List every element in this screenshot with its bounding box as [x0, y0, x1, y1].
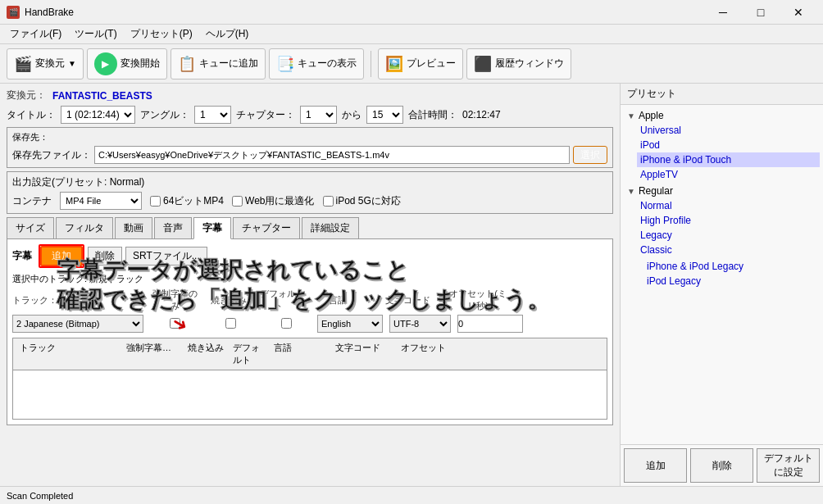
opt2-checkbox[interactable]: [232, 196, 243, 207]
offset-input[interactable]: [457, 315, 523, 333]
tab-chapter[interactable]: チャプター: [233, 217, 300, 238]
source-dropdown-icon[interactable]: ▼: [68, 59, 76, 68]
regular-preset-items: Normal High Profile Legacy Classic: [624, 198, 820, 257]
main-container: 変換元： FANTASTIC_BEASTS タイトル： 1 (02:12:44)…: [0, 84, 823, 486]
th-lang: 言語: [271, 340, 332, 368]
save-select-button[interactable]: 選択: [573, 146, 607, 164]
save-file-label: 保存先ファイル：: [12, 148, 91, 162]
subtitle-srt-button[interactable]: SRTファイル...: [125, 247, 207, 266]
source-label: 変換元: [35, 57, 65, 70]
preset-ipod-legacy[interactable]: iPod Legacy: [643, 274, 820, 288]
opt1-checkbox[interactable]: [150, 196, 161, 207]
source-value: FANTASTIC_BEASTS: [52, 90, 152, 102]
preset-group-regular: ▼ Regular Normal High Profile Legacy Cla…: [624, 184, 820, 257]
preset-group-regular-header[interactable]: ▼ Regular: [624, 184, 820, 198]
preset-classic[interactable]: Classic: [637, 243, 820, 257]
subtitle-del-button[interactable]: 削除: [88, 247, 122, 266]
menu-tools[interactable]: ツール(T): [68, 25, 123, 43]
tab-advanced[interactable]: 詳細設定: [302, 217, 359, 238]
source-button[interactable]: 🎬 変換元 ▼: [7, 48, 84, 79]
tab-video[interactable]: 動画: [115, 217, 152, 238]
preview-button[interactable]: 🖼️ プレビュー: [378, 48, 463, 79]
track-select[interactable]: 2 Japanese (Bitmap): [12, 315, 143, 333]
output-row: コンテナ MP4 File 64ビットMP4 Web用に最適化 iPod 5Gに…: [12, 192, 607, 210]
container-label: コンテナ: [12, 194, 52, 208]
burn-checkbox-container: [206, 318, 255, 330]
show-queue-button[interactable]: 📑 キューの表示: [269, 48, 364, 79]
title-row: タイトル： 1 (02:12:44) アングル： 1 チャプター： 1 から 1…: [7, 106, 613, 124]
menu-presets[interactable]: プリセット(P): [124, 25, 199, 43]
presets-tree: ▼ Apple Universal iPod iPhone & iPod Tou…: [621, 105, 823, 444]
preset-default-button[interactable]: デフォルトに設定: [757, 448, 820, 483]
preset-ipod[interactable]: iPod: [637, 138, 820, 152]
preset-normal[interactable]: Normal: [637, 198, 820, 213]
col-forced-header: 強制字幕のみ: [150, 288, 199, 312]
title-bar: 🎬 HandBrake ─ □ ✕: [0, 0, 823, 25]
save-path-input[interactable]: [94, 146, 570, 164]
app-title: HandBrake: [25, 7, 74, 18]
tab-subtitle[interactable]: 字幕: [193, 217, 231, 239]
title-select[interactable]: 1 (02:12:44): [61, 106, 135, 124]
th-burn: 焼き込み: [184, 340, 230, 368]
col-track-header: トラック：: [12, 294, 143, 306]
selected-track-label: 選択中のトラック: 新規トラック: [12, 273, 607, 285]
preset-appletv[interactable]: AppleTV: [637, 167, 820, 182]
start-button[interactable]: ▶ 変換開始: [87, 48, 167, 79]
preset-group-apple-header[interactable]: ▼ Apple: [624, 108, 820, 123]
menu-help[interactable]: ヘルプ(H): [199, 25, 256, 43]
preset-high-profile[interactable]: High Profile: [637, 213, 820, 228]
menu-file[interactable]: ファイル(F): [3, 25, 68, 43]
presets-title: プリセット: [621, 84, 823, 105]
tab-audio[interactable]: 音声: [154, 217, 192, 238]
tabs: サイズ フィルタ 動画 音声 字幕 チャプター 詳細設定: [7, 217, 613, 239]
preset-add-button[interactable]: 追加: [624, 448, 687, 483]
output-section: 出力設定(プリセット: Normal) コンテナ MP4 File 64ビットM…: [7, 171, 613, 214]
preset-universal[interactable]: Universal: [637, 123, 820, 138]
preset-iphone-ipod-legacy[interactable]: iPhone & iPod Legacy: [643, 259, 820, 274]
activity-button[interactable]: ⬛ 履歴ウィンドウ: [466, 48, 571, 79]
tab-filter[interactable]: フィルタ: [56, 217, 113, 238]
opt1-label[interactable]: 64ビットMP4: [150, 194, 224, 208]
add-queue-button[interactable]: 📋 キューに追加: [171, 48, 266, 79]
opt3-label[interactable]: iPod 5Gに対応: [323, 194, 401, 208]
chapter-to-select[interactable]: 15: [366, 106, 403, 124]
preset-del-button[interactable]: 削除: [690, 448, 753, 483]
queue-icon: 📑: [276, 55, 294, 73]
show-queue-label: キューの表示: [298, 57, 357, 70]
extra-preset-items: iPhone & iPod Legacy iPod Legacy: [624, 259, 820, 288]
track-columns-header: トラック： 強制字幕のみ 焼き込み デフォルト 言語 文字コード オフセット(ミ…: [12, 288, 607, 312]
tab-size[interactable]: サイズ: [7, 217, 54, 238]
preset-iphone-ipod-touch[interactable]: iPhone & iPod Touch: [637, 152, 820, 167]
save-section: 保存先： 保存先ファイル： 選択: [7, 127, 613, 168]
th-default: デフォルト: [230, 340, 271, 368]
opt3-checkbox[interactable]: [323, 196, 334, 207]
toolbar: 🎬 変換元 ▼ ▶ 変換開始 📋 キューに追加 📑 キューの表示 🖼️ プレビュ…: [0, 44, 823, 84]
duration-label: 合計時間：: [408, 108, 457, 122]
close-button[interactable]: ✕: [780, 0, 816, 25]
title-label: タイトル：: [7, 108, 56, 122]
container-select[interactable]: MP4 File: [60, 192, 142, 210]
angle-select[interactable]: 1: [194, 106, 231, 124]
preset-legacy[interactable]: Legacy: [637, 228, 820, 243]
maximize-button[interactable]: □: [743, 0, 779, 25]
subtitle-panel: 字幕データが選択されていること 確認できたら「追加」をクリックしましょう。 字幕…: [7, 239, 613, 425]
default-checkbox[interactable]: [281, 318, 292, 329]
save-row: 保存先ファイル： 選択: [12, 146, 607, 164]
right-panel: プリセット ▼ Apple Universal iPod iPhone & iP…: [620, 84, 823, 486]
preview-icon: 🖼️: [385, 55, 403, 73]
apple-expand-icon: ▼: [627, 111, 635, 120]
app-icon: 🎬: [7, 6, 20, 19]
charset-select[interactable]: UTF-8: [389, 315, 451, 333]
col-default-header: デフォルト: [257, 288, 298, 312]
subtitle-add-button[interactable]: 追加: [40, 246, 83, 266]
chapter-from-select[interactable]: 1: [300, 106, 337, 124]
regular-group-label: Regular: [639, 185, 673, 197]
burn-checkbox[interactable]: [225, 318, 236, 329]
lang-select[interactable]: English: [317, 315, 383, 333]
th-forced: 強制字幕…: [123, 340, 184, 368]
source-icon: 🎬: [14, 55, 32, 73]
minimize-button[interactable]: ─: [705, 0, 741, 25]
opt2-label[interactable]: Web用に最適化: [232, 194, 314, 208]
preview-label: プレビュー: [407, 57, 456, 70]
subtitle-header: 字幕 追加 削除 SRTファイル...: [12, 244, 607, 268]
